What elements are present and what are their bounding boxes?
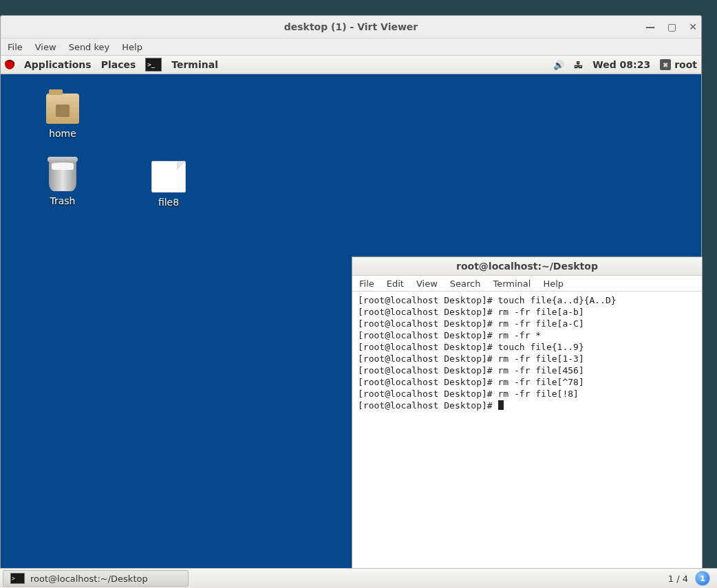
desktop-icon-file8[interactable]: file8 (140, 161, 197, 208)
terminal-menu-edit[interactable]: Edit (387, 279, 404, 289)
virt-viewer-title: desktop (1) - Virt Viewer (284, 21, 418, 32)
user-badge-icon: ✖ (660, 59, 671, 70)
terminal-cursor (498, 400, 504, 410)
panel-places[interactable]: Places (101, 59, 136, 70)
menu-file[interactable]: File (8, 42, 23, 52)
network-icon[interactable]: 🖧 (574, 60, 583, 70)
volume-icon[interactable]: 🔊 (553, 60, 564, 70)
gnome-top-panel: Applications Places Terminal 🔊 🖧 Wed 08:… (1, 56, 701, 74)
terminal-menu-view[interactable]: View (416, 279, 438, 289)
folder-home-icon (46, 94, 79, 124)
menu-help[interactable]: Help (122, 42, 142, 52)
menu-view[interactable]: View (35, 42, 56, 52)
panel-applications[interactable]: Applications (24, 59, 92, 70)
terminal-menu-terminal[interactable]: Terminal (493, 279, 531, 289)
redhat-icon[interactable] (5, 60, 14, 69)
terminal-window[interactable]: root@localhost:~/Desktop File Edit View … (352, 257, 703, 573)
window-maximize-icon[interactable]: ▢ (667, 16, 676, 38)
workspace-pager-text[interactable]: 1 / 4 (668, 574, 688, 584)
desktop-icon-trash[interactable]: Trash (34, 161, 92, 206)
terminal-menu-file[interactable]: File (359, 279, 374, 289)
virt-viewer-window: desktop (1) - Virt Viewer — ▢ ✕ File Vie… (0, 15, 702, 588)
terminal-menu-help[interactable]: Help (543, 279, 564, 289)
virt-viewer-menubar: File View Send key Help (1, 39, 701, 56)
terminal-menubar: File Edit View Search Terminal Help (352, 276, 702, 292)
gnome-desktop[interactable]: home Trash file8 root@localhost:~/Deskto… (1, 74, 701, 571)
taskbar-item-label: root@localhost:~/Desktop (30, 574, 148, 584)
trash-icon (49, 161, 76, 191)
taskbar-item-terminal[interactable]: root@localhost:~/Desktop (3, 570, 189, 587)
desktop-icon-home[interactable]: home (34, 94, 92, 139)
terminal-title: root@localhost:~/Desktop (456, 261, 598, 272)
bottom-taskbar: root@localhost:~/Desktop 1 / 4 1 (0, 568, 717, 588)
window-minimize-icon[interactable]: — (645, 16, 655, 38)
panel-running-app[interactable]: Terminal (171, 59, 218, 70)
panel-clock[interactable]: Wed 08:23 (592, 59, 650, 70)
terminal-titlebar[interactable]: root@localhost:~/Desktop (352, 257, 702, 276)
terminal-icon (10, 573, 25, 584)
panel-user-menu[interactable]: ✖ root (660, 59, 697, 70)
window-close-icon[interactable]: ✕ (689, 16, 697, 38)
workspace-indicator[interactable]: 1 (695, 571, 710, 586)
panel-username: root (674, 59, 697, 70)
terminal-icon[interactable] (145, 58, 162, 72)
file-icon (151, 161, 186, 193)
desktop-icon-label: file8 (140, 197, 197, 208)
virt-viewer-titlebar[interactable]: desktop (1) - Virt Viewer — ▢ ✕ (1, 16, 701, 39)
desktop-icon-label: home (34, 128, 92, 139)
menu-send-key[interactable]: Send key (69, 42, 110, 52)
desktop-icon-label: Trash (34, 195, 92, 206)
terminal-output[interactable]: [root@localhost Desktop]# touch file{a..… (352, 292, 702, 572)
terminal-menu-search[interactable]: Search (450, 279, 481, 289)
